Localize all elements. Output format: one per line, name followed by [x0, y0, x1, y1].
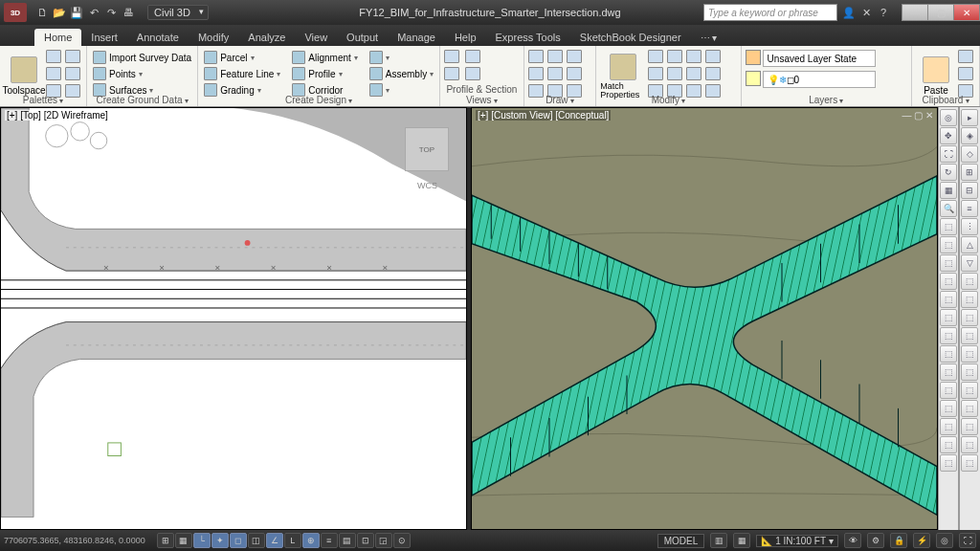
viewcube[interactable]: TOP: [405, 127, 449, 171]
tab-analyze[interactable]: Analyze: [238, 29, 295, 46]
tool-icon[interactable]: ▽: [961, 254, 978, 272]
palette-icon[interactable]: [46, 50, 61, 63]
tab-help[interactable]: Help: [445, 29, 486, 46]
tool-icon[interactable]: △: [961, 236, 978, 253]
tool-icon[interactable]: ⬚: [961, 364, 978, 381]
tool-icon[interactable]: ⬚: [940, 254, 957, 272]
new-icon[interactable]: 🗋: [34, 5, 50, 20]
profile-view-icon[interactable]: [444, 50, 459, 63]
exchange-icon[interactable]: ✕: [858, 5, 874, 20]
tab-express-tools[interactable]: Express Tools: [486, 29, 570, 46]
tool-icon[interactable]: ⬚: [961, 345, 978, 363]
lwt-toggle[interactable]: ≡: [321, 533, 338, 548]
tab-sketchbook[interactable]: SketchBook Designer: [570, 29, 691, 46]
print-icon[interactable]: 🖶: [121, 5, 136, 20]
annotation-visibility-icon[interactable]: 👁: [844, 533, 861, 548]
arc-icon[interactable]: [528, 67, 544, 80]
import-survey-button[interactable]: Import Survey Data: [91, 50, 193, 65]
grid-toggle[interactable]: ▦: [175, 533, 192, 548]
pan-icon[interactable]: ✥: [940, 127, 957, 144]
tool-icon[interactable]: ≡: [961, 200, 978, 217]
ribbon-expand-icon[interactable]: ⋯ ▾: [695, 30, 724, 46]
toolbar-lock-icon[interactable]: 🔒: [890, 533, 907, 548]
3dosnap-toggle[interactable]: ◫: [248, 533, 265, 548]
help-icon[interactable]: ?: [876, 5, 891, 20]
points-button[interactable]: Points▾: [91, 66, 193, 81]
rotate-icon[interactable]: [667, 50, 682, 63]
redo-icon[interactable]: ↷: [103, 5, 119, 20]
hardware-accel-icon[interactable]: ⚡: [913, 533, 930, 548]
signin-icon[interactable]: 👤: [841, 5, 857, 20]
tool-icon[interactable]: ⬚: [961, 382, 978, 399]
tab-output[interactable]: Output: [337, 29, 388, 46]
tool-icon[interactable]: ▸: [961, 109, 978, 126]
tool-icon[interactable]: ⬚: [940, 418, 957, 435]
orbit-icon[interactable]: ↻: [940, 164, 957, 181]
viewport-label[interactable]: [+] [Top] [2D Wireframe]: [5, 110, 110, 121]
line-icon[interactable]: [528, 50, 544, 63]
qp-toggle[interactable]: ⊡: [357, 533, 374, 548]
layer-state-dropdown[interactable]: Unsaved Layer State: [763, 50, 876, 67]
annotation-scale[interactable]: 📐 1 IN:100 FT ▾: [756, 535, 838, 547]
tool-icon[interactable]: ⬚: [961, 400, 978, 417]
tool-icon[interactable]: ◈: [961, 127, 978, 144]
section-view-icon[interactable]: [465, 50, 480, 63]
tool-icon[interactable]: ⬚: [940, 364, 957, 381]
explode-icon[interactable]: [705, 67, 721, 80]
fillet-icon[interactable]: [686, 67, 702, 80]
tool-icon[interactable]: ⬚: [940, 309, 957, 326]
polyline-icon[interactable]: [547, 50, 563, 63]
dyn-toggle[interactable]: ⊕: [302, 533, 320, 548]
palette-icon[interactable]: [65, 67, 80, 80]
tool-icon[interactable]: ⬚: [940, 454, 957, 472]
tool-icon[interactable]: ◇: [961, 145, 978, 163]
tool-icon[interactable]: ⊞: [961, 164, 978, 181]
tool-icon[interactable]: ⬚: [961, 291, 978, 308]
intersection-button[interactable]: ▾: [368, 50, 435, 65]
tool-icon[interactable]: ⬚: [961, 418, 978, 435]
tool-icon[interactable]: ⬚: [940, 291, 957, 308]
tab-manage[interactable]: Manage: [388, 29, 445, 46]
quickview-layouts-icon[interactable]: ▥: [710, 533, 727, 548]
viewport-label[interactable]: [+] [Custom View] [Conceptual]: [476, 110, 611, 121]
help-search-input[interactable]: Type a keyword or phrase: [703, 4, 837, 21]
cut-icon[interactable]: [958, 50, 973, 63]
tool-icon[interactable]: ⬚: [961, 273, 978, 290]
copy-icon[interactable]: [648, 67, 663, 80]
workspace-dropdown[interactable]: Civil 3D: [147, 5, 209, 20]
tool-icon[interactable]: ⬚: [940, 218, 957, 235]
parcel-button[interactable]: Parcel▾: [202, 50, 282, 65]
tab-annotate[interactable]: Annotate: [127, 29, 189, 46]
alignment-button[interactable]: Alignment▾: [290, 50, 359, 65]
tool-icon[interactable]: ⬚: [940, 400, 957, 417]
tool-icon[interactable]: ⬚: [940, 436, 957, 453]
maximize-button[interactable]: ▢: [927, 4, 954, 21]
rectangle-icon[interactable]: [547, 67, 563, 80]
layer-props-icon[interactable]: [746, 50, 761, 65]
assembly-button[interactable]: Assembly▾: [368, 66, 435, 81]
tool-icon[interactable]: ⬚: [940, 327, 957, 344]
showmotion-icon[interactable]: ▦: [940, 182, 957, 199]
app-menu-icon[interactable]: 3D: [4, 3, 27, 22]
current-layer-dropdown[interactable]: 💡❄◻ 0: [763, 71, 876, 88]
tool-icon[interactable]: ⬚: [961, 436, 978, 453]
tool-icon[interactable]: ⬚: [940, 382, 957, 399]
tab-view[interactable]: View: [295, 29, 337, 46]
viewport-left[interactable]: [+] [Top] [2D Wireframe] TOP WCS: [0, 107, 467, 530]
move-icon[interactable]: [648, 50, 663, 63]
osnap-toggle[interactable]: ◻: [230, 533, 247, 548]
tab-modify[interactable]: Modify: [189, 29, 238, 46]
section-icon[interactable]: [465, 67, 480, 80]
feature-line-button[interactable]: Feature Line▾: [202, 66, 282, 81]
mirror-icon[interactable]: [667, 67, 682, 80]
ortho-toggle[interactable]: └: [193, 533, 211, 548]
tool-icon[interactable]: ⬚: [961, 309, 978, 326]
undo-icon[interactable]: ↶: [86, 5, 101, 20]
close-button[interactable]: ✕: [953, 4, 980, 21]
tool-icon[interactable]: ⬚: [961, 454, 978, 472]
snap-toggle[interactable]: ⊞: [157, 533, 174, 548]
tab-home[interactable]: Home: [34, 29, 81, 46]
zoom-extents-icon[interactable]: ⛶: [940, 145, 957, 163]
copy-clip-icon[interactable]: [958, 67, 973, 80]
zoom-icon[interactable]: 🔍: [940, 200, 957, 217]
